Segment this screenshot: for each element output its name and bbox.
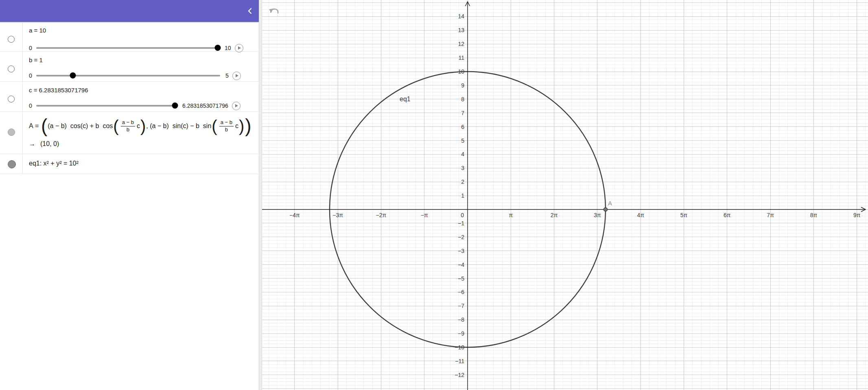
marble-gutter (0, 82, 23, 111)
svg-text:11: 11 (458, 54, 464, 61)
slider-max-b: 5 (225, 72, 229, 79)
svg-text:8π: 8π (810, 212, 818, 218)
visibility-toggle-b[interactable] (8, 65, 15, 72)
fraction-numerator: a − b (121, 119, 135, 126)
paren-open: ( (113, 119, 118, 133)
svg-text:−11: −11 (455, 358, 464, 364)
paren-close: ) (245, 118, 251, 134)
algebra-row-slider-b: b = 1 0 5 (0, 52, 259, 82)
svg-text:−1: −1 (458, 220, 464, 227)
svg-text:5: 5 (461, 137, 464, 144)
graphics-view[interactable]: −4π−3π−2π−ππ2π3π4π5π6π7π8π9π141312111098… (262, 0, 868, 390)
svg-text:π: π (509, 212, 513, 218)
paren-open: ( (212, 119, 217, 133)
slider-track-a[interactable] (36, 47, 219, 49)
svg-text:−6: −6 (458, 289, 464, 295)
algebra-view: a = 10 0 10 b = 1 0 5 (0, 0, 259, 390)
svg-text:9π: 9π (853, 212, 861, 218)
slider-min-b: 0 (29, 72, 36, 79)
play-button-a[interactable] (235, 44, 243, 52)
visibility-toggle-a[interactable] (8, 36, 15, 43)
slider-label-a: a = 10 (29, 27, 46, 34)
svg-text:14: 14 (458, 13, 464, 20)
slider-knob-a[interactable] (214, 45, 221, 51)
visibility-toggle-c[interactable] (8, 96, 15, 102)
sidebar-scrollbar[interactable] (259, 0, 262, 390)
svg-text:−9: −9 (458, 330, 464, 337)
slider-knob-b[interactable] (70, 72, 76, 78)
svg-text:−2π: −2π (376, 212, 387, 218)
svg-text:−3π: −3π (332, 212, 343, 218)
paren-close: ) (239, 119, 244, 133)
marble-gutter (0, 154, 23, 174)
play-button-c[interactable] (232, 102, 241, 110)
formula-lhs: A (29, 122, 33, 130)
point-result-value: → (10, 0) (29, 140, 59, 148)
algebra-row-equation-eq1: eq1: x² + y² = 10² (0, 154, 259, 174)
point-definition-formula[interactable]: A = ( (a − b) cos(c) + b cos ( a − b b c… (29, 114, 252, 138)
svg-text:3: 3 (461, 165, 464, 171)
svg-text:4π: 4π (637, 212, 644, 218)
slider-track-c[interactable] (36, 105, 177, 107)
play-triangle-icon (238, 46, 241, 50)
slider-track-b[interactable] (36, 75, 220, 76)
slider-knob-c[interactable] (172, 102, 178, 109)
formula-segment: c (235, 122, 238, 130)
formula-segment: c (137, 122, 140, 130)
play-triangle-icon (235, 104, 238, 107)
marble-gutter (0, 22, 23, 51)
svg-text:−10: −10 (455, 344, 464, 351)
svg-text:A: A (608, 200, 612, 207)
svg-text:−4π: −4π (289, 212, 300, 218)
slider-min-c: 0 (29, 102, 36, 109)
collapse-sidebar-button[interactable] (247, 8, 252, 14)
fraction-denominator: b (127, 126, 129, 133)
arrow-right-icon: → (29, 140, 35, 148)
geogebra-app: { "app": { "header_color": "#635cc4", "i… (0, 0, 868, 390)
svg-text:13: 13 (458, 27, 464, 33)
algebra-row-slider-c: c = 6.2831853071796 0 6.2831853071796 (0, 82, 259, 112)
svg-text:7: 7 (461, 110, 464, 116)
svg-text:5π: 5π (680, 212, 688, 218)
svg-text:8: 8 (461, 96, 464, 102)
play-button-b[interactable] (232, 72, 241, 80)
svg-text:12: 12 (458, 41, 464, 47)
svg-text:2: 2 (461, 179, 464, 185)
svg-text:3π: 3π (594, 212, 601, 218)
svg-text:0: 0 (461, 212, 464, 218)
fraction-denominator: b (225, 126, 228, 133)
fraction: a − b b (121, 119, 135, 133)
visibility-toggle-A[interactable] (8, 129, 15, 136)
svg-text:6: 6 (461, 124, 464, 130)
undo-arrow-icon (268, 6, 280, 15)
slider-label-c: c = 6.2831853071796 (29, 87, 88, 94)
svg-text:eq1: eq1 (400, 96, 411, 102)
formula-equals: = (33, 122, 41, 130)
paren-open: ( (41, 118, 47, 134)
graph-canvas[interactable]: −4π−3π−2π−ππ2π3π4π5π6π7π8π9π141312111098… (262, 0, 868, 390)
svg-text:−2: −2 (458, 234, 464, 240)
visibility-toggle-eq1[interactable] (8, 160, 16, 168)
sidebar-header (0, 0, 259, 22)
svg-text:−7: −7 (458, 303, 464, 309)
fraction: a − b b (219, 119, 234, 133)
svg-text:4: 4 (461, 151, 464, 157)
svg-text:−8: −8 (458, 316, 464, 323)
formula-segment: , (a − b) sin(c) − b sin (146, 122, 211, 130)
algebra-row-point-A: A = ( (a − b) cos(c) + b cos ( a − b b c… (0, 112, 259, 154)
svg-text:6π: 6π (724, 212, 731, 218)
equation-text[interactable]: eq1: x² + y² = 10² (29, 160, 79, 167)
svg-text:2π: 2π (551, 212, 558, 218)
formula-segment: (a − b) cos(c) + b cos (48, 122, 113, 130)
point-coordinates: (10, 0) (40, 140, 59, 148)
undo-button[interactable] (268, 6, 280, 15)
svg-text:7π: 7π (767, 212, 774, 218)
svg-text:9: 9 (461, 82, 464, 89)
svg-text:10: 10 (458, 68, 464, 75)
play-triangle-icon (236, 74, 238, 77)
svg-text:−3: −3 (458, 248, 464, 254)
slider-label-b: b = 1 (29, 57, 43, 63)
fraction-numerator: a − b (219, 119, 234, 126)
marble-gutter (0, 112, 23, 154)
paren-close: ) (140, 119, 146, 133)
